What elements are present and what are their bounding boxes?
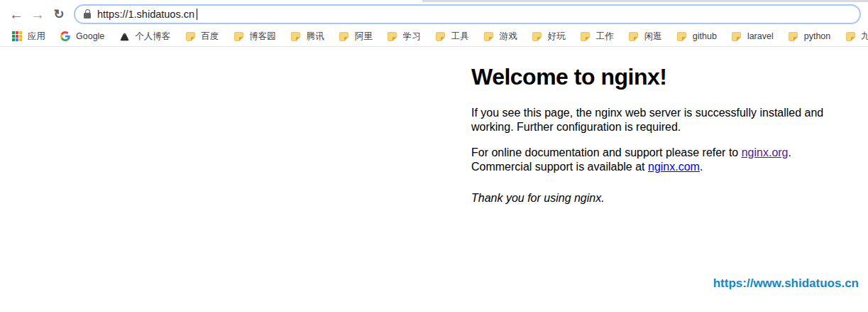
bookmark-folder-ali[interactable]: 阿里 [331,28,380,45]
tab-strip-remnant [422,0,868,2]
bookmark-label: 好玩 [548,31,566,43]
google-g-icon [60,31,71,42]
bookmark-folder-baidu[interactable]: 百度 [177,28,226,45]
bookmark-label: 个人博客 [135,31,170,43]
bookmark-label: 学习 [403,31,421,43]
bookmark-folder-81[interactable]: 九九八十一难 [837,28,868,45]
bookmark-label: 工作 [596,31,614,43]
folder-icon [290,31,302,42]
folder-icon [339,31,350,42]
bookmark-label: 工具 [451,31,469,43]
bookmark-label: 游戏 [500,31,517,43]
bookmark-folder-games[interactable]: 游戏 [476,28,524,45]
support-text-1: For online documentation and support ple… [471,146,742,158]
folder-icon [845,31,856,42]
folder-icon [788,31,799,42]
forward-arrow-icon: → [31,7,45,21]
bookmark-label: 阿里 [355,31,373,43]
bookmark-folder-fun[interactable]: 好玩 [524,28,573,45]
bookmark-folder-laravel[interactable]: laravel [724,28,781,45]
address-bar[interactable]: https://1.shidatuos.cn [74,4,861,24]
back-button[interactable]: ← [6,4,27,25]
bookmark-folder-browse[interactable]: 闲逛 [621,28,669,45]
bookmark-personal-blog[interactable]: 个人博客 [111,28,177,45]
bookmark-folder-tencent[interactable]: 腾讯 [283,28,331,45]
bookmark-folder-cnblogs[interactable]: 博客园 [226,28,283,45]
text-caret [197,9,197,20]
watermark-link[interactable]: https://www.shidatuos.cn [713,276,859,291]
nginx-com-link[interactable]: nginx.com [648,161,700,173]
folder-icon [676,31,688,42]
bookmark-label: python [804,31,831,41]
nginx-org-link[interactable]: nginx.org [742,146,789,158]
bookmark-label: 九九八十一难 [861,31,868,43]
page-title: Welcome to nginx! [471,64,860,90]
support-text-3: Commercial support is available at [471,161,648,173]
bookmark-label: 闲逛 [644,31,662,43]
url-text[interactable]: https://1.shidatuos.cn [97,9,194,20]
bookmark-google[interactable]: Google [53,28,111,45]
bookmark-label: Google [76,31,104,41]
bookmark-folder-github[interactable]: github [669,28,724,45]
folder-icon [532,31,543,42]
bookmark-folder-study[interactable]: 学习 [380,28,428,45]
nginx-welcome-page: Welcome to nginx! If you see this page, … [471,64,860,217]
bookmark-label: 博客园 [249,31,276,43]
apps-grid-icon [11,31,23,42]
intro-paragraph: If you see this page, the nginx web serv… [471,106,860,134]
support-paragraph: For online documentation and support ple… [471,146,860,173]
thanks-paragraph: Thank you for using nginx. [471,191,860,205]
padlock-icon[interactable] [84,13,91,18]
refresh-icon: ↻ [53,8,64,21]
bookmark-apps[interactable]: 应用 [4,28,53,45]
bookmark-label: 百度 [201,31,219,43]
folder-icon [185,31,196,42]
folder-icon [628,31,639,42]
folder-icon [580,31,591,42]
bookmark-folder-work[interactable]: 工作 [573,28,621,45]
folder-icon [483,31,495,42]
folder-icon [387,31,398,42]
support-text-2: . [789,146,791,158]
bookmarks-bar: 应用 Google 个人博客 百度 博客园 腾讯 [0,26,868,47]
support-text-4: . [700,161,703,173]
bookmark-label: 应用 [28,31,45,43]
folder-icon [435,31,446,42]
bookmark-label: laravel [747,31,774,41]
folder-icon [731,31,742,42]
bookmark-folder-python[interactable]: python [781,28,838,45]
forward-button[interactable]: → [27,4,48,25]
back-arrow-icon: ← [9,7,23,21]
bookmark-label: github [693,31,717,41]
refresh-button[interactable]: ↻ [48,4,70,25]
folder-icon [233,31,244,42]
browser-toolbar: ← → ↻ https://1.shidatuos.cn [0,0,868,26]
bookmark-label: 腾讯 [307,31,324,43]
blog-mountain-icon [119,31,130,42]
bookmark-folder-tools[interactable]: 工具 [428,28,476,45]
